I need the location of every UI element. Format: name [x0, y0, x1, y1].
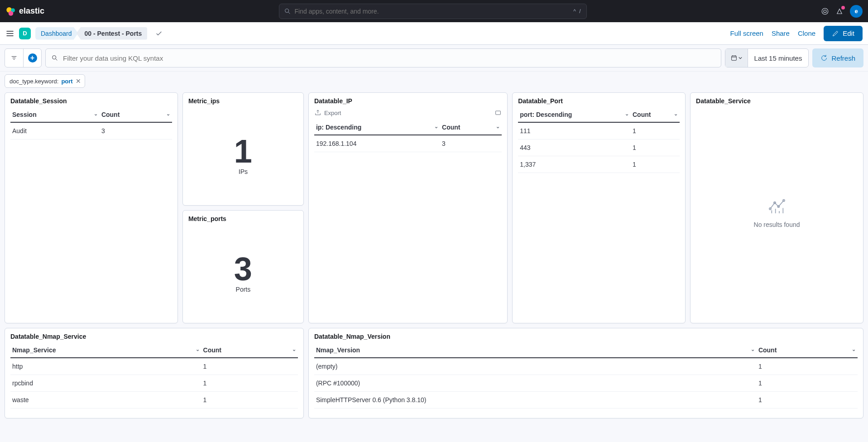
nmap-version-table: Nmap_Version⌄ Count⌄ (empty)1 (RPC #1000…: [314, 343, 858, 408]
table-row[interactable]: waste1: [10, 392, 298, 408]
cell: (empty): [314, 358, 757, 375]
cell: (RPC #100000): [314, 375, 757, 392]
refresh-button[interactable]: Refresh: [812, 48, 863, 67]
cell: 1: [631, 156, 680, 173]
panel-title: Datatable_Nmap_Version: [314, 333, 858, 340]
table-row[interactable]: rpcbind1: [10, 375, 298, 392]
metric-value: 3: [234, 250, 252, 288]
space-selector[interactable]: D: [19, 28, 31, 39]
metric-label: IPs: [239, 168, 248, 175]
fullscreen-icon[interactable]: [494, 109, 502, 116]
help-icon[interactable]: [821, 7, 829, 15]
global-search-input[interactable]: [295, 8, 574, 15]
panel-port: Datatable_Port port: Descending⌄ Count⌄ …: [512, 92, 686, 323]
svg-point-14: [53, 56, 56, 59]
nav-menu-icon[interactable]: [5, 29, 14, 38]
col-nmap-service[interactable]: Nmap_Service⌄: [10, 343, 201, 358]
chevron-down-icon: ⌄: [674, 111, 678, 117]
search-icon: [51, 54, 58, 62]
chevron-down-icon: ⌄: [196, 346, 200, 352]
cell: waste: [10, 392, 201, 408]
export-icon: [314, 109, 321, 116]
panel-session: Datatable_Session Session⌄ Count⌄ Audit …: [5, 92, 178, 323]
global-header: elastic ^ / e: [0, 0, 868, 22]
share-button[interactable]: Share: [772, 29, 790, 37]
col-count[interactable]: Count⌄: [757, 343, 858, 358]
unsaved-check-icon[interactable]: [155, 30, 163, 37]
pill-key: doc_type.keyword:: [10, 78, 58, 85]
export-button[interactable]: Export: [314, 109, 341, 116]
notification-dot: [841, 6, 845, 10]
table-row[interactable]: 4431: [518, 139, 680, 156]
col-count[interactable]: Count⌄: [201, 343, 298, 358]
chevron-down-icon: ⌄: [94, 111, 98, 117]
search-icon: [284, 8, 291, 15]
chevron-down-icon: ⌄: [292, 346, 296, 352]
header-actions: e: [821, 5, 863, 18]
col-port[interactable]: port: Descending⌄: [518, 107, 631, 122]
svg-point-7: [824, 10, 826, 13]
time-range-text[interactable]: Last 15 minutes: [748, 49, 809, 67]
pill-remove-icon[interactable]: ✕: [76, 77, 81, 85]
svg-point-4: [285, 9, 288, 12]
full-screen-button[interactable]: Full screen: [730, 29, 763, 37]
svg-rect-16: [732, 56, 737, 60]
cell: 1: [757, 375, 858, 392]
clone-button[interactable]: Clone: [798, 29, 815, 37]
kql-input[interactable]: [63, 54, 715, 62]
no-results-text: No results found: [754, 221, 800, 228]
chevron-down-icon: ⌄: [852, 346, 856, 352]
cell: rpcbind: [10, 375, 201, 392]
avatar-letter: e: [854, 8, 858, 14]
time-picker-button[interactable]: [725, 49, 748, 67]
col-count[interactable]: Count⌄: [631, 107, 680, 122]
refresh-icon: [820, 54, 828, 62]
cell: http: [10, 358, 201, 375]
pencil-icon: [832, 30, 839, 37]
cell: 1: [631, 122, 680, 139]
user-avatar[interactable]: e: [850, 5, 863, 18]
elastic-logo[interactable]: elastic: [5, 6, 44, 17]
metric-value: 1: [234, 133, 252, 170]
table-row[interactable]: 192.168.1.104 3: [314, 135, 502, 152]
global-search[interactable]: ^ /: [279, 4, 587, 19]
col-session[interactable]: Session⌄: [10, 107, 100, 122]
kql-input-wrap[interactable]: [45, 48, 721, 67]
table-row[interactable]: 1111: [518, 122, 680, 139]
table-row[interactable]: SimpleHTTPServer 0.6 (Python 3.8.10)1: [314, 392, 858, 408]
newsfeed-icon[interactable]: [835, 7, 844, 15]
table-row[interactable]: Audit 3: [10, 122, 172, 139]
app-header-right: Full screen Share Clone Edit: [730, 26, 863, 41]
table-row[interactable]: 1,3371: [518, 156, 680, 173]
panel-title: Metric_ips: [188, 97, 298, 105]
panel-metric-ports: Metric_ports 3 Ports: [182, 210, 304, 323]
col-count[interactable]: Count⌄: [440, 120, 502, 135]
chart-line-icon: [768, 197, 786, 216]
col-ip[interactable]: ip: Descending⌄: [314, 120, 440, 135]
breadcrumb-current: 00 - Pentest - Ports: [77, 27, 148, 40]
svg-line-5: [288, 12, 290, 14]
cell: 1: [201, 358, 298, 375]
table-row[interactable]: http1: [10, 358, 298, 375]
refresh-label: Refresh: [831, 54, 855, 62]
filter-pills: doc_type.keyword: port ✕: [0, 72, 868, 92]
query-bar: + Last 15 minutes Refresh: [0, 45, 868, 72]
edit-button[interactable]: Edit: [824, 26, 863, 41]
panel-title: Datatable_Service: [696, 97, 858, 105]
filter-menu-button[interactable]: [5, 49, 23, 67]
port-table: port: Descending⌄ Count⌄ 1111 4431 1,337…: [518, 107, 680, 173]
metric-label: Ports: [236, 286, 251, 293]
table-row[interactable]: (empty)1: [314, 358, 858, 375]
metric-body: 1 IPs: [188, 107, 298, 201]
col-nmap-version[interactable]: Nmap_Version⌄: [314, 343, 757, 358]
logo-text: elastic: [19, 6, 44, 16]
col-count[interactable]: Count⌄: [100, 107, 172, 122]
breadcrumb-dashboard[interactable]: Dashboard: [35, 27, 78, 40]
table-row[interactable]: (RPC #100000)1: [314, 375, 858, 392]
breadcrumb: Dashboard 00 - Pentest - Ports: [35, 27, 147, 40]
panel-metric-ips: Metric_ips 1 IPs: [182, 92, 304, 206]
add-filter-button[interactable]: +: [23, 49, 41, 67]
export-label: Export: [324, 110, 341, 116]
filter-pill-doctype[interactable]: doc_type.keyword: port ✕: [5, 74, 85, 88]
export-row: Export: [314, 107, 502, 120]
